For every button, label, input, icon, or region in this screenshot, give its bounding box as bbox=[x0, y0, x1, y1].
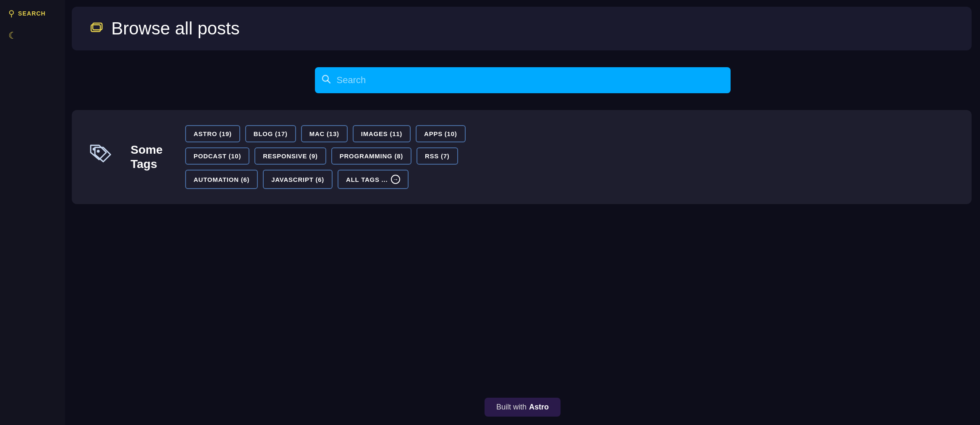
search-area bbox=[65, 50, 980, 102]
moon-icon: ☾ bbox=[8, 30, 17, 41]
tag-blog[interactable]: BLOG (17) bbox=[245, 125, 296, 142]
built-with-text: Built with bbox=[496, 403, 527, 412]
tags-section: Some Tags ASTRO (19) BLOG (17) MAC (13) … bbox=[72, 110, 972, 204]
tags-icon-area bbox=[89, 143, 114, 171]
footer: Built with Astro bbox=[65, 389, 980, 425]
svg-point-5 bbox=[97, 150, 100, 152]
tag-responsive[interactable]: RESPONSIVE (9) bbox=[254, 147, 326, 165]
tags-row-2: PODCAST (10) RESPONSIVE (9) PROGRAMMING … bbox=[185, 147, 466, 165]
all-tags-label: ALL TAGS ... bbox=[346, 176, 388, 183]
search-input[interactable] bbox=[315, 67, 731, 93]
sidebar: ⚲ SEARCH ☾ bbox=[0, 0, 65, 425]
tags-section-label: Some Tags bbox=[131, 143, 168, 171]
tag-apps[interactable]: APPS (10) bbox=[416, 125, 465, 142]
search-nav-label: SEARCH bbox=[18, 10, 46, 17]
tag-programming[interactable]: PROGRAMMING (8) bbox=[331, 147, 411, 165]
tag-podcast[interactable]: PODCAST (10) bbox=[185, 147, 249, 165]
all-tags-arrow-icon: → bbox=[391, 175, 400, 184]
search-icon: ⚲ bbox=[8, 8, 15, 18]
search-nav-item[interactable]: ⚲ SEARCH bbox=[8, 8, 46, 18]
tag-astro[interactable]: ASTRO (19) bbox=[185, 125, 240, 142]
tag-rss[interactable]: RSS (7) bbox=[417, 147, 458, 165]
tags-row-1: ASTRO (19) BLOG (17) MAC (13) IMAGES (11… bbox=[185, 125, 466, 142]
astro-label: Astro bbox=[529, 403, 549, 412]
tag-javascript[interactable]: JAVASCRIPT (6) bbox=[263, 170, 333, 189]
tag-automation[interactable]: AUTOMATION (6) bbox=[185, 170, 258, 189]
browse-title: Browse all posts bbox=[111, 18, 240, 39]
browse-icon bbox=[89, 21, 105, 37]
tags-grid: ASTRO (19) BLOG (17) MAC (13) IMAGES (11… bbox=[185, 125, 466, 189]
main-content: Browse all posts bbox=[65, 0, 980, 425]
tag-images[interactable]: IMAGES (11) bbox=[353, 125, 411, 142]
search-bar-wrapper bbox=[315, 67, 731, 93]
tags-icon bbox=[89, 143, 114, 171]
tags-row-3: AUTOMATION (6) JAVASCRIPT (6) ALL TAGS .… bbox=[185, 170, 466, 189]
browse-header-card: Browse all posts bbox=[72, 7, 972, 50]
tag-all-tags[interactable]: ALL TAGS ... → bbox=[338, 170, 409, 189]
theme-toggle-button[interactable]: ☾ bbox=[8, 30, 17, 41]
tag-mac[interactable]: MAC (13) bbox=[301, 125, 348, 142]
built-with-badge: Built with Astro bbox=[485, 398, 561, 417]
